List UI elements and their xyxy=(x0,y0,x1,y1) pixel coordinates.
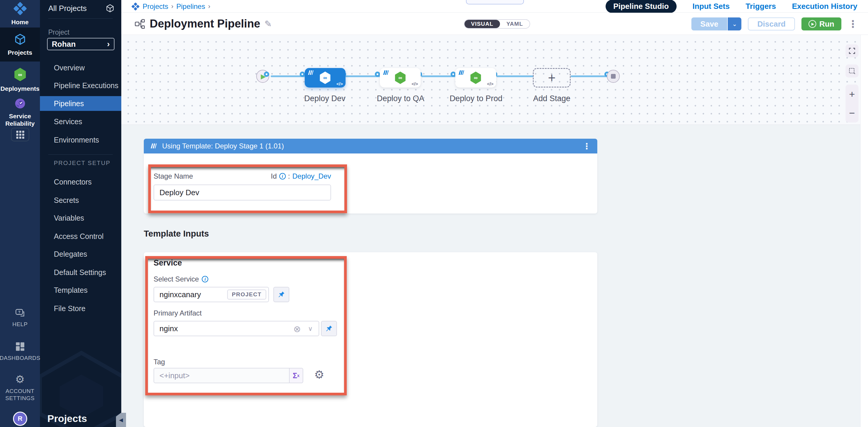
toolbar-row: Deployment Pipeline ✎ VISUAL YAML Save ⌄… xyxy=(121,13,868,35)
save-split-button: Save ⌄ xyxy=(691,18,741,30)
stage-link xyxy=(496,75,534,77)
tab-pipeline-studio[interactable]: Pipeline Studio xyxy=(606,0,677,13)
stage-label[interactable]: Deploy to QA xyxy=(365,94,436,103)
stage-node-deploy-to-prod[interactable]: ∞ </> xyxy=(455,68,496,88)
scrollbar-track[interactable] xyxy=(860,35,868,427)
service-heading: Service xyxy=(154,258,182,268)
user-avatar[interactable]: R xyxy=(13,412,27,426)
sidebar-item-service-reliability[interactable]: ServiceReliability xyxy=(0,98,40,127)
info-icon[interactable]: i xyxy=(279,173,286,179)
sidebar-item-account-settings[interactable]: ⚙ ACCOUNTSETTINGS xyxy=(0,373,40,403)
sidebar-item-delegates[interactable]: Delegates xyxy=(40,247,121,261)
pipeline-canvas[interactable]: ▶ ∞ </> ∞ </> ∞ </> xyxy=(121,35,868,125)
tab-input-sets[interactable]: Input Sets xyxy=(692,2,730,11)
svg-text:∞: ∞ xyxy=(323,75,327,81)
template-banner[interactable]: Using Template: Deploy Stage 1 (1.01) ⋮ xyxy=(144,139,597,154)
sidebar-item-environments[interactable]: Environments xyxy=(40,132,121,147)
connector-dot xyxy=(264,72,269,77)
project-label: Project xyxy=(48,28,69,36)
sidebar-item-services[interactable]: Services xyxy=(40,114,121,129)
sidebar-item-pipelines[interactable]: Pipelines xyxy=(40,96,121,111)
stage-id-link[interactable]: Deploy_Dev xyxy=(292,172,331,180)
primary-artifact-wrap: ⊗ ∨ xyxy=(154,321,319,336)
template-banner-kebab[interactable]: ⋮ xyxy=(583,141,591,151)
sidebar-item-access-control[interactable]: Access Control xyxy=(40,229,121,244)
canvas-fit-screen-button[interactable] xyxy=(845,44,859,57)
stage-node-deploy-dev[interactable]: ∞ </> xyxy=(305,68,345,88)
tag-settings-gear-icon[interactable]: ⚙ xyxy=(314,369,324,380)
save-button[interactable]: Save xyxy=(691,18,728,30)
toggle-yaml[interactable]: YAML xyxy=(500,20,530,28)
select-service-label: Select Service xyxy=(154,275,199,283)
svg-text:∞: ∞ xyxy=(18,71,22,77)
all-projects-link[interactable]: All Projects xyxy=(48,4,115,13)
grid-icon xyxy=(16,131,24,139)
add-stage-button[interactable]: + xyxy=(533,68,571,88)
divider xyxy=(48,18,113,19)
run-button[interactable]: ▶ Run xyxy=(801,18,841,30)
stage-name-row: Stage Name Id i : Deploy_Dev xyxy=(154,172,331,180)
marquee-select-icon xyxy=(848,67,856,74)
stage-node-deploy-to-qa[interactable]: ∞ </> xyxy=(380,68,421,88)
project-selector[interactable]: Rohan › xyxy=(47,38,115,50)
sidebar-item-overview[interactable]: Overview xyxy=(40,60,121,75)
breadcrumb-pipelines[interactable]: Pipelines xyxy=(176,2,205,11)
tab-execution-history[interactable]: Execution History xyxy=(792,2,857,11)
service-pin-button[interactable] xyxy=(273,287,289,302)
stage-label[interactable]: Deploy to Prod xyxy=(440,94,512,103)
primary-artifact-pin-button[interactable] xyxy=(321,321,337,336)
toggle-visual[interactable]: VISUAL xyxy=(464,20,500,28)
stage-name-input[interactable] xyxy=(154,185,331,200)
service-card xyxy=(144,252,597,427)
tab-triggers[interactable]: Triggers xyxy=(746,2,776,11)
stage-label[interactable]: Deploy Dev xyxy=(295,94,354,103)
connector-dot xyxy=(300,72,305,77)
sidebar-item-label: Projects xyxy=(8,49,32,56)
sidebar-item-variables[interactable]: Variables xyxy=(40,210,121,225)
discard-button[interactable]: Discard xyxy=(748,18,795,30)
sidebar-item-pipeline-executions[interactable]: Pipeline Executions xyxy=(40,78,121,93)
module-switcher-button[interactable] xyxy=(11,128,29,141)
gear-icon: ⚙ xyxy=(15,374,25,385)
help-chat-icon: ? xyxy=(15,308,25,318)
dashboards-icon xyxy=(15,341,25,352)
edit-pencil-icon[interactable]: ✎ xyxy=(265,19,272,29)
sidebar-item-default-settings[interactable]: Default Settings xyxy=(40,265,121,280)
code-icon: </> xyxy=(336,81,343,86)
tag-input-group: Σx xyxy=(154,368,303,383)
pin-icon xyxy=(325,325,333,332)
info-icon[interactable]: i xyxy=(202,276,208,283)
save-caret-button[interactable]: ⌄ xyxy=(728,18,741,30)
clear-icon[interactable]: ⊗ xyxy=(293,324,301,334)
chevron-right-icon: › xyxy=(107,40,110,48)
fullscreen-icon xyxy=(848,47,856,55)
sidebar-item-help[interactable]: ? HELP xyxy=(0,307,40,329)
canvas-zoom-controls: + − xyxy=(845,85,859,123)
sidebar-item-projects[interactable]: Projects xyxy=(0,28,40,62)
breadcrumb-projects[interactable]: Projects xyxy=(143,2,168,11)
sidebar-item-dashboards[interactable]: DASHBOARDS xyxy=(0,340,40,363)
stop-icon xyxy=(611,74,616,79)
sidebar-item-secrets[interactable]: Secrets xyxy=(40,193,121,207)
scope-badge: PROJECT xyxy=(227,290,266,300)
sidebar-item-label: Deployments xyxy=(1,85,40,92)
sidebar-item-deployments[interactable]: ∞ Deployments xyxy=(0,62,40,98)
chevron-down-icon[interactable]: ∨ xyxy=(308,325,313,332)
breadcrumb-separator: › xyxy=(171,3,173,10)
expression-sigma-button[interactable]: Σx xyxy=(290,368,303,383)
sidebar-item-templates[interactable]: Templates xyxy=(40,283,121,297)
breadcrumb: Projects › Pipelines › xyxy=(131,0,210,13)
sidebar-item-file-store[interactable]: File Store xyxy=(40,301,121,316)
stage-id-group: Id i : Deploy_Dev xyxy=(271,172,331,180)
zoom-in-button[interactable]: + xyxy=(849,89,855,99)
add-stage-label[interactable]: Add Stage xyxy=(533,94,571,103)
top-header-row: Projects › Pipelines › Pipeline Studio I… xyxy=(121,0,868,13)
more-options-kebab[interactable]: ⋮ xyxy=(848,19,858,29)
sidebar-item-connectors[interactable]: Connectors xyxy=(40,174,121,189)
zoom-out-button[interactable]: − xyxy=(849,108,855,118)
sidebar-item-home[interactable]: Home xyxy=(0,0,40,28)
canvas-select-button[interactable] xyxy=(845,64,859,77)
tag-input[interactable] xyxy=(154,368,290,383)
sidebar-item-label: HELP xyxy=(12,321,28,328)
tag-label: Tag xyxy=(154,358,165,366)
